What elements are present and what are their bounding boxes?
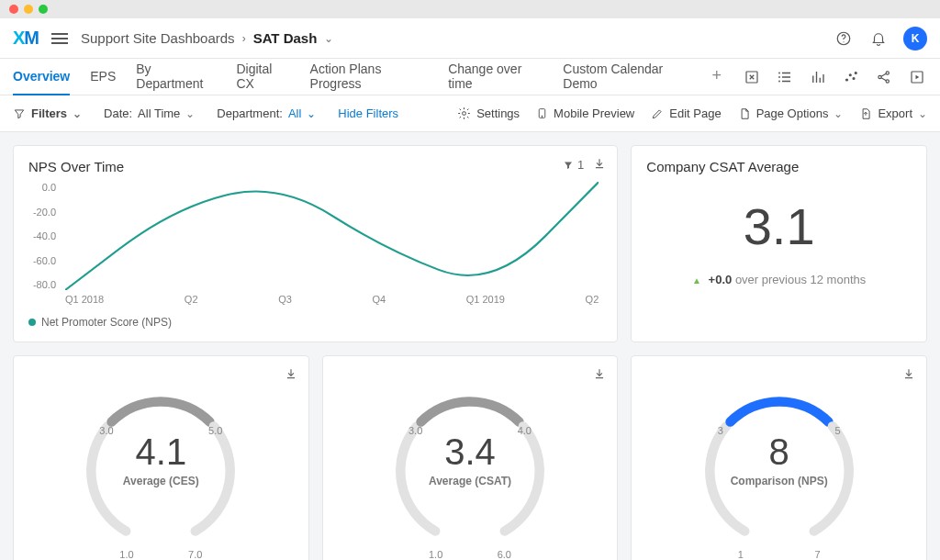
chevron-down-icon: ⌄ bbox=[73, 107, 82, 120]
legend-label: Net Promoter Score (NPS) bbox=[41, 316, 172, 329]
widget-filter-count: 1 bbox=[577, 158, 584, 172]
line-chart: 0.0-20.0-40.0-60.0-80.0 Q1 2018Q2Q3Q4Q1 … bbox=[28, 182, 602, 310]
svg-point-6 bbox=[846, 79, 848, 81]
card-nps-over-time: NPS Over Time 1 0.0-20.0-40.0-60.0-80.0 … bbox=[13, 145, 618, 342]
filters-bar: Filters ⌄ Date: All Time ⌄ Department: A… bbox=[0, 95, 940, 132]
gauge-value: 3.4 bbox=[374, 431, 566, 473]
filter-date-value: All Time bbox=[138, 106, 180, 120]
widget-card-icon[interactable] bbox=[742, 67, 762, 87]
breadcrumb: Support Site Dashboards › SAT Dash ⌄ bbox=[81, 30, 333, 46]
gauge-tick-max: 7.0 bbox=[188, 549, 202, 560]
svg-point-1 bbox=[843, 41, 844, 42]
mobile-label: Mobile Preview bbox=[554, 106, 634, 120]
arrow-up-icon: ▲ bbox=[692, 275, 701, 286]
tab-action-plans[interactable]: Action Plans Progress bbox=[310, 59, 429, 95]
funnel-icon bbox=[563, 160, 574, 171]
svg-point-16 bbox=[542, 116, 543, 117]
chart-legend: Net Promoter Score (NPS) bbox=[28, 316, 602, 329]
gauge-tick-midlo: 3.0 bbox=[99, 425, 113, 436]
mobile-preview-button[interactable]: Mobile Preview bbox=[536, 106, 634, 120]
tab-change-over-time[interactable]: Change over time bbox=[448, 59, 543, 95]
gauge-value: 8 bbox=[683, 431, 876, 473]
avatar[interactable]: K bbox=[903, 27, 927, 50]
edit-page-button[interactable]: Edit Page bbox=[651, 106, 721, 120]
present-icon[interactable] bbox=[907, 67, 927, 87]
card-gauge-csat: 3.4 Average (CSAT) 3.0 4.0 1.0 6.0 bbox=[322, 355, 619, 560]
filter-date[interactable]: Date: All Time ⌄ bbox=[104, 106, 195, 120]
card-company-csat: Company CSAT Average 3.1 ▲ +0.0 over pre… bbox=[631, 145, 927, 342]
tab-by-department[interactable]: By Department bbox=[136, 59, 216, 95]
tabs-bar: Overview EPS By Department Digital CX Ac… bbox=[0, 59, 940, 95]
mac-titlebar bbox=[0, 0, 940, 18]
gauge-tick-midhi: 5 bbox=[835, 425, 841, 436]
filter-department[interactable]: Department: All ⌄ bbox=[217, 106, 316, 120]
chevron-down-icon: ⌄ bbox=[185, 107, 195, 120]
download-icon[interactable] bbox=[593, 157, 606, 173]
page-options-label: Page Options bbox=[756, 106, 829, 120]
page-options-button[interactable]: Page Options ⌄ bbox=[738, 106, 844, 120]
gear-icon bbox=[457, 106, 471, 120]
svg-point-9 bbox=[855, 72, 856, 73]
tab-eps[interactable]: EPS bbox=[90, 59, 116, 95]
hide-filters-link[interactable]: Hide Filters bbox=[338, 106, 398, 120]
tab-digital-cx[interactable]: Digital CX bbox=[236, 59, 289, 95]
filters-toggle[interactable]: Filters ⌄ bbox=[13, 106, 82, 120]
svg-point-12 bbox=[886, 79, 889, 82]
dashboard-canvas: NPS Over Time 1 0.0-20.0-40.0-60.0-80.0 … bbox=[0, 132, 940, 560]
tab-overview[interactable]: Overview bbox=[13, 59, 70, 95]
filters-label-text: Filters bbox=[31, 106, 67, 120]
mac-zoom[interactable] bbox=[39, 5, 48, 14]
chevron-down-icon: ⌄ bbox=[307, 107, 316, 120]
app-header: XM Support Site Dashboards › SAT Dash ⌄ … bbox=[0, 18, 940, 59]
app-logo: XM bbox=[13, 28, 39, 49]
download-icon[interactable] bbox=[593, 367, 606, 383]
chevron-right-icon: › bbox=[242, 32, 246, 45]
mac-minimize[interactable] bbox=[24, 5, 33, 14]
tab-custom-calendar[interactable]: Custom Calendar Demo bbox=[563, 59, 691, 95]
svg-point-11 bbox=[886, 71, 889, 73]
mobile-icon bbox=[536, 106, 548, 120]
gauge-tick-midlo: 3.0 bbox=[408, 425, 422, 436]
filter-dept-label: Department: bbox=[217, 106, 283, 120]
widget-list-icon[interactable] bbox=[775, 67, 795, 87]
download-icon[interactable] bbox=[902, 367, 915, 383]
gauge-label: Average (CES) bbox=[64, 475, 257, 487]
gauge-tick-min: 1 bbox=[738, 549, 744, 560]
edit-label: Edit Page bbox=[669, 106, 721, 120]
svg-point-7 bbox=[849, 73, 851, 75]
chevron-down-icon: ⌄ bbox=[918, 107, 927, 120]
widget-filter-icon[interactable]: 1 bbox=[563, 158, 584, 172]
breadcrumb-parent[interactable]: Support Site Dashboards bbox=[81, 30, 235, 46]
mac-close[interactable] bbox=[9, 5, 18, 14]
settings-label: Settings bbox=[476, 106, 520, 120]
svg-point-8 bbox=[853, 77, 855, 79]
settings-button[interactable]: Settings bbox=[457, 106, 520, 120]
chevron-down-icon[interactable]: ⌄ bbox=[324, 32, 333, 45]
breadcrumb-current[interactable]: SAT Dash bbox=[253, 30, 318, 46]
filter-date-label: Date: bbox=[104, 106, 132, 120]
export-label: Export bbox=[878, 106, 912, 120]
gauge-tick-midhi: 5.0 bbox=[208, 425, 222, 436]
gauge-tick-midhi: 4.0 bbox=[518, 425, 532, 436]
share-icon[interactable] bbox=[874, 67, 894, 87]
filter-dept-value: All bbox=[288, 106, 301, 120]
gauge-tick-midlo: 3 bbox=[718, 425, 723, 436]
help-icon[interactable] bbox=[834, 28, 854, 49]
delta-suffix: over previous 12 months bbox=[735, 273, 866, 286]
add-tab-button[interactable]: + bbox=[712, 59, 722, 95]
gauge-csat: 3.4 Average (CSAT) 3.0 4.0 1.0 6.0 bbox=[374, 375, 566, 560]
menu-icon[interactable] bbox=[51, 33, 68, 44]
gauge-ces: 4.1 Average (CES) 3.0 5.0 1.0 7.0 bbox=[64, 375, 257, 560]
pencil-icon bbox=[651, 107, 664, 120]
widget-scatter-icon[interactable] bbox=[841, 67, 861, 87]
widget-chart-icon[interactable] bbox=[808, 67, 828, 87]
filter-icon bbox=[13, 107, 26, 120]
svg-point-10 bbox=[878, 75, 881, 78]
gauge-value: 4.1 bbox=[64, 431, 257, 473]
download-icon[interactable] bbox=[285, 367, 297, 383]
gauge-nps: 8 Comparison (NPS) 3 5 1 7 bbox=[683, 375, 876, 560]
bell-icon[interactable] bbox=[868, 28, 889, 49]
export-button[interactable]: Export ⌄ bbox=[859, 106, 927, 120]
plot-area bbox=[65, 182, 599, 290]
y-axis-labels: 0.0-20.0-40.0-60.0-80.0 bbox=[28, 182, 60, 290]
